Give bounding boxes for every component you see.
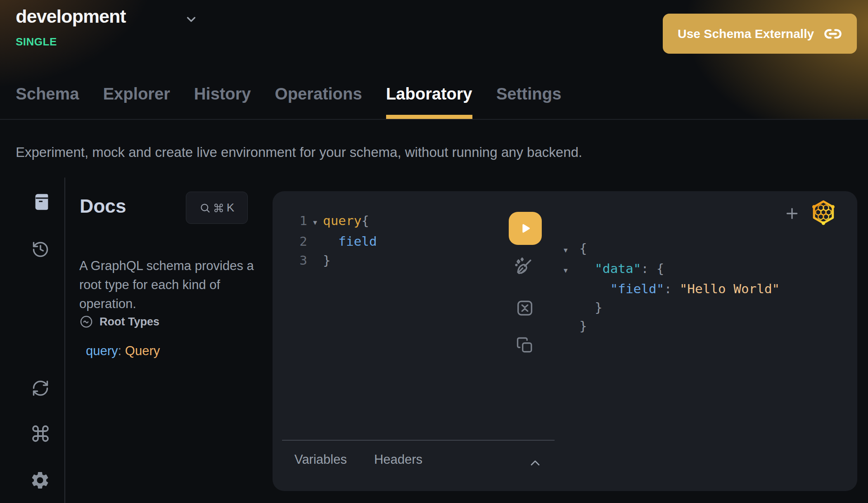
tab-history[interactable]: History (194, 85, 251, 119)
root-type-value: Query (125, 344, 160, 358)
use-schema-externally-label: Use Schema Externally (678, 27, 814, 41)
code-line: 3 } (294, 251, 377, 270)
response-key: "data" (595, 259, 641, 278)
variables-tab[interactable]: Variables (294, 452, 347, 467)
tab-laboratory[interactable]: Laboratory (386, 85, 472, 119)
response-line: "field": "Hello World" (564, 280, 780, 298)
project-type-badge: SINGLE (16, 36, 57, 48)
code-line: 1 ▾ query{ (294, 211, 377, 232)
history-clock-icon (31, 240, 50, 259)
response-string-value: "Hello World" (680, 280, 780, 298)
response-brace: } (579, 298, 602, 317)
response-line: } (564, 298, 780, 317)
response-indent (579, 259, 595, 278)
fold-toggle-icon[interactable]: ▾ (564, 261, 579, 280)
line-number: 2 (294, 232, 307, 251)
code-field: field (323, 232, 377, 251)
response-line: ▾ "data": { (564, 259, 780, 280)
graphiql-panel: 1 ▾ query{ 2 field 3 } (273, 191, 857, 491)
command-key-icon (31, 424, 50, 444)
query-editor[interactable]: 1 ▾ query{ 2 field 3 } (294, 211, 377, 270)
merge-icon (515, 299, 534, 318)
response-line: ▾ { (564, 239, 780, 259)
play-icon (518, 221, 532, 235)
target-nav-tabs: Schema Explorer History Operations Labor… (0, 85, 561, 119)
sidebar-item-docs[interactable] (32, 192, 51, 211)
editor-footer-divider (282, 440, 555, 441)
root-types-section-header: Root Types (79, 315, 159, 329)
code-line: 2 field (294, 232, 377, 251)
gear-icon (30, 470, 50, 491)
project-selector[interactable]: development (16, 6, 126, 27)
link-icon (824, 25, 842, 43)
chevron-down-icon[interactable] (184, 12, 198, 26)
response-brace: { (657, 259, 664, 278)
root-types-label: Root Types (100, 316, 159, 328)
circled-tilde-icon (79, 315, 93, 329)
tab-explorer[interactable]: Explorer (103, 85, 170, 119)
plus-icon (784, 205, 800, 222)
root-type-name: query (86, 344, 118, 358)
laboratory-page: development SINGLE Use Schema Externally… (0, 0, 868, 503)
add-tab-button[interactable] (784, 205, 800, 222)
prettify-broom-icon (513, 256, 534, 277)
copy-query-button[interactable] (516, 337, 534, 354)
headers-tab[interactable]: Headers (374, 452, 422, 467)
docs-search-button[interactable]: K (186, 192, 248, 224)
fold-toggle-icon[interactable]: ▾ (564, 241, 579, 259)
search-icon (199, 202, 211, 214)
docs-book-icon (32, 192, 51, 211)
fold-toggle-icon[interactable]: ▾ (307, 213, 323, 232)
refresh-icon (31, 379, 50, 397)
code-brace: { (361, 211, 369, 230)
docs-description: A GraphQL schema provides a root type fo… (79, 256, 258, 313)
docs-panel-title: Docs (80, 195, 126, 217)
sidebar-item-reload-schema[interactable] (31, 379, 50, 397)
copy-icon (516, 337, 534, 354)
response-separator: : (664, 280, 679, 298)
root-type-separator: : (118, 344, 125, 358)
collapse-footer-button[interactable] (528, 456, 543, 470)
line-number: 1 (294, 211, 307, 230)
response-brace: { (579, 239, 587, 258)
sidebar-item-history[interactable] (31, 240, 50, 259)
response-viewer: ▾ { ▾ "data": { "field": "Hello World" }… (564, 239, 780, 335)
response-brace: } (579, 317, 587, 335)
root-type-query-link[interactable]: query: Query (86, 344, 160, 358)
execute-query-button[interactable] (509, 212, 542, 245)
hive-hexagon-logo-icon (811, 199, 836, 225)
page-description: Experiment, mock and create live environ… (16, 145, 582, 160)
search-shortcut-key: K (227, 201, 235, 214)
sidebar-divider (64, 178, 65, 503)
page-header: development SINGLE Use Schema Externally… (0, 0, 868, 120)
chevron-up-icon (528, 456, 543, 470)
line-number: 3 (294, 251, 307, 270)
tab-settings[interactable]: Settings (496, 85, 562, 119)
code-brace: } (323, 251, 331, 270)
response-line: } (564, 317, 780, 335)
sidebar-item-shortcuts[interactable] (31, 424, 50, 444)
response-separator: : (641, 259, 656, 278)
code-keyword: query (323, 211, 361, 230)
prettify-query-button[interactable] (513, 256, 534, 277)
sidebar-item-settings[interactable] (30, 470, 50, 491)
editor-footer-tabs: Variables Headers (294, 452, 422, 467)
tab-schema[interactable]: Schema (16, 85, 79, 119)
use-schema-externally-button[interactable]: Use Schema Externally (663, 14, 857, 54)
response-key: "field" (610, 280, 664, 298)
response-indent (579, 280, 610, 298)
tab-operations[interactable]: Operations (275, 85, 362, 119)
merge-fragments-button[interactable] (515, 299, 534, 318)
command-key-icon (213, 203, 224, 213)
